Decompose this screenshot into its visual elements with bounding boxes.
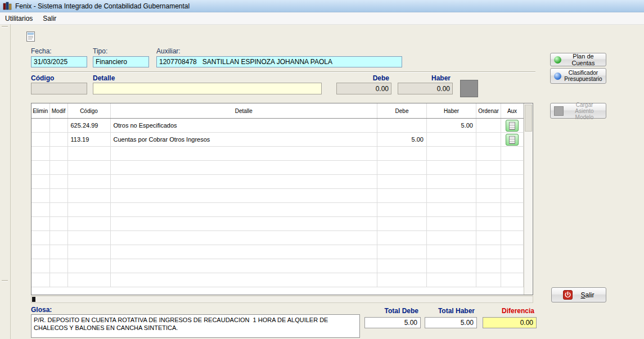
- debe-entry-input[interactable]: [336, 83, 391, 94]
- menu-utilitarios[interactable]: Utilitarios: [0, 13, 38, 24]
- cell-modif: [49, 259, 67, 273]
- cell-ordenar: [476, 133, 501, 147]
- cell-detalle: Cuentas por Cobrar Otros Ingresos: [110, 133, 377, 147]
- cell-detalle: [110, 189, 377, 203]
- cell-detalle: [110, 259, 377, 273]
- app-icon: [3, 2, 12, 11]
- cell-codigo: [67, 259, 110, 273]
- debe-label: Debe: [336, 74, 389, 82]
- vertical-scroll-thumb[interactable]: [525, 105, 532, 132]
- cell-detalle: [110, 147, 377, 161]
- fecha-input[interactable]: [31, 56, 87, 67]
- total-debe-value: 5.00: [364, 317, 421, 328]
- table-row-empty[interactable]: [31, 189, 524, 203]
- table-row[interactable]: 625.24.99Otros no Especificados5.00: [31, 119, 524, 133]
- cell-codigo: [67, 273, 110, 287]
- col-header-debe: Debe: [377, 103, 427, 119]
- aux-note-icon[interactable]: [506, 134, 519, 146]
- table-row-empty[interactable]: [31, 245, 524, 259]
- table-row-empty[interactable]: [31, 217, 524, 231]
- cell-haber: [427, 273, 476, 287]
- cell-aux: [501, 133, 524, 147]
- cell-aux: [501, 175, 524, 189]
- table-row-empty[interactable]: [31, 203, 524, 217]
- cell-elimin: [31, 133, 49, 147]
- haber-entry-input[interactable]: [398, 83, 453, 94]
- cell-codigo: [67, 161, 110, 175]
- cell-debe: [377, 217, 427, 231]
- aux-note-icon[interactable]: [506, 120, 519, 132]
- table-vertical-scrollbar[interactable]: [524, 103, 533, 295]
- cell-modif: [49, 147, 67, 161]
- auxiliar-input[interactable]: [156, 56, 402, 67]
- cell-detalle: Otros no Especificados: [110, 119, 377, 133]
- app-window: Fenix - Sistema Integrado de Contabilida…: [0, 0, 644, 339]
- cell-ordenar: [476, 119, 501, 133]
- cell-haber: [427, 147, 476, 161]
- total-haber-label: Total Haber: [425, 307, 475, 315]
- splitter-handle[interactable]: [2, 280, 8, 282]
- menu-salir[interactable]: Salir: [38, 13, 61, 24]
- cell-ordenar: [476, 189, 501, 203]
- clasificador-presupuestario-button[interactable]: ClasificadorPresupuestario: [550, 68, 606, 84]
- tipo-input[interactable]: [93, 56, 149, 67]
- cell-debe: [377, 259, 427, 273]
- cell-haber: [427, 161, 476, 175]
- table-row-empty[interactable]: [31, 175, 524, 189]
- cell-debe: [377, 189, 427, 203]
- cell-elimin: [31, 119, 49, 133]
- new-entry-icon[interactable]: [25, 30, 37, 43]
- cell-ordenar: [476, 161, 501, 175]
- cell-haber: [427, 203, 476, 217]
- splitter-handle[interactable]: [2, 26, 8, 28]
- salir-button[interactable]: Salir: [551, 287, 606, 302]
- cell-aux: [501, 161, 524, 175]
- cell-detalle: [110, 161, 377, 175]
- ledger-table: Elimin Modif Código Detalle Debe Haber O…: [31, 103, 533, 295]
- cell-debe: 5.00: [377, 133, 427, 147]
- cell-elimin: [31, 175, 49, 189]
- codigo-entry-input[interactable]: [31, 83, 87, 94]
- cell-modif: [49, 161, 67, 175]
- cell-ordenar: [476, 245, 501, 259]
- cargar-asiento-modelo-button[interactable]: Cargar AsientoModelo: [550, 103, 606, 119]
- tipo-label: Tipo:: [93, 47, 107, 55]
- cell-aux: [501, 231, 524, 245]
- haber-label: Haber: [398, 74, 451, 82]
- cell-ordenar: [476, 147, 501, 161]
- table-row[interactable]: 113.19Cuentas por Cobrar Otros Ingresos5…: [31, 133, 524, 147]
- table-row-empty[interactable]: [31, 161, 524, 175]
- cell-codigo: [67, 231, 110, 245]
- cell-debe: [377, 231, 427, 245]
- table-row-empty[interactable]: [31, 231, 524, 245]
- horizontal-scroll-thumb[interactable]: [32, 297, 35, 302]
- glosa-textarea[interactable]: P/R. DEPOSITO EN CUENTA ROTATIVA DE INGR…: [31, 314, 360, 338]
- cell-aux: [501, 273, 524, 287]
- clasificador-label: ClasificadorPresupuestario: [564, 70, 602, 82]
- table-row-empty[interactable]: [31, 273, 524, 287]
- cell-modif: [49, 189, 67, 203]
- entry-action-button[interactable]: [460, 80, 478, 97]
- cell-modif: [49, 133, 67, 147]
- cell-codigo: [67, 245, 110, 259]
- total-haber-value: 5.00: [425, 317, 477, 328]
- col-header-ordenar: Ordenar: [476, 103, 501, 119]
- table-horizontal-scrollbar[interactable]: [31, 296, 533, 303]
- cell-modif: [49, 175, 67, 189]
- cell-haber: [427, 217, 476, 231]
- fecha-label: Fecha:: [31, 47, 52, 55]
- window-title: Fenix - Sistema Integrado de Contabilida…: [15, 2, 190, 10]
- table-row-empty[interactable]: [31, 147, 524, 161]
- detalle-entry-input[interactable]: [93, 83, 322, 94]
- cell-haber: 5.00: [427, 119, 476, 133]
- cell-modif: [49, 217, 67, 231]
- col-header-detalle: Detalle: [110, 103, 377, 119]
- cell-codigo: [67, 175, 110, 189]
- plan-de-cuentas-button[interactable]: Plan de Cuentas: [550, 53, 606, 66]
- cell-debe: [377, 161, 427, 175]
- cell-aux: [501, 147, 524, 161]
- cell-haber: [427, 189, 476, 203]
- table-row-empty[interactable]: [31, 259, 524, 273]
- cell-ordenar: [476, 175, 501, 189]
- cell-aux: [501, 217, 524, 231]
